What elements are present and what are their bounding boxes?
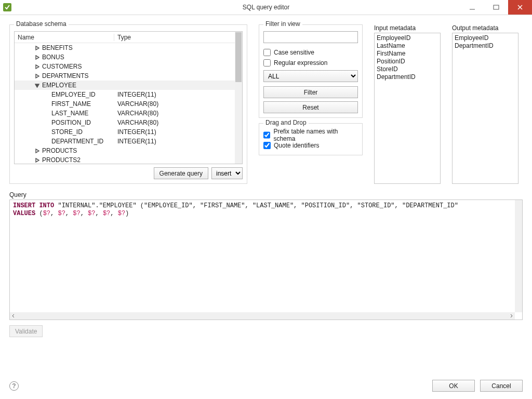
tree-node-label: POSITION_ID <box>51 119 91 126</box>
tree-node-label: BENEFITS <box>42 44 73 51</box>
leaf-icon <box>44 120 49 126</box>
tree-node-type: VARCHAR(80) <box>114 110 235 117</box>
case-sensitive-label: Case sensitive <box>274 49 314 56</box>
filter-input[interactable] <box>263 31 358 43</box>
output-metadata-label: Output metadata <box>452 24 518 32</box>
tree-node-label: EMPLOYEE_ID <box>51 91 96 98</box>
database-schema-group: Database schema Name Type BENEFITSBONUSC… <box>9 24 247 184</box>
tree-row[interactable]: BONUS <box>15 52 235 62</box>
drag-drop-legend: Drag and Drop <box>263 119 309 126</box>
expand-icon[interactable] <box>34 73 40 79</box>
svg-rect-1 <box>494 5 499 9</box>
input-metadata-label: Input metadata <box>374 24 441 32</box>
case-sensitive-checkbox[interactable]: Case sensitive <box>263 47 358 58</box>
list-item[interactable]: EmployeeID <box>455 34 516 42</box>
tree-node-type: VARCHAR(80) <box>114 119 235 126</box>
scroll-left-icon[interactable] <box>10 312 17 320</box>
tree-node-label: BONUS <box>42 54 64 61</box>
schema-tree-header: Name Type <box>15 32 242 43</box>
output-metadata-column: Output metadata EmployeeIDDepartmentID <box>452 24 518 184</box>
tree-node-label: FIRST_NAME <box>51 100 91 108</box>
list-item[interactable]: DepartmentID <box>377 73 438 81</box>
prefix-schema-checkbox[interactable]: Prefix table names with schema <box>263 130 358 140</box>
query-vscrollbar[interactable] <box>515 200 522 312</box>
tree-node-label: STORE_ID <box>51 128 83 136</box>
collapse-icon[interactable] <box>34 83 40 88</box>
expand-icon[interactable] <box>34 45 40 51</box>
tree-row[interactable]: EMPLOYEE <box>15 81 235 90</box>
filter-legend: Filter in view <box>263 20 302 28</box>
regex-checkbox[interactable]: Regular expression <box>263 58 358 68</box>
expand-icon[interactable] <box>34 55 40 60</box>
tree-row[interactable]: PRODUCTS2 <box>15 155 235 164</box>
leaf-icon <box>44 111 49 116</box>
list-item[interactable]: EmployeeID <box>377 34 438 42</box>
expand-icon[interactable] <box>34 148 40 154</box>
tree-node-label: DEPARTMENT_ID <box>51 138 103 145</box>
list-item[interactable]: LastName <box>377 42 438 50</box>
schema-col-name[interactable]: Name <box>15 34 114 41</box>
tree-row[interactable]: STORE_IDINTEGER(11) <box>15 127 235 137</box>
expand-icon[interactable] <box>34 64 40 70</box>
expand-icon[interactable] <box>34 157 40 163</box>
titlebar: SQL query editor <box>0 0 532 15</box>
query-mode-select[interactable]: insert <box>211 167 243 179</box>
query-label: Query <box>9 191 523 198</box>
tree-row[interactable]: LAST_NAMEVARCHAR(80) <box>15 109 235 118</box>
generate-query-button[interactable]: Generate query <box>154 167 208 179</box>
tree-node-label: DEPARTMENTS <box>42 72 89 79</box>
database-schema-legend: Database schema <box>14 20 69 28</box>
tree-node-type: INTEGER(11) <box>114 138 235 145</box>
list-item[interactable]: FirstName <box>377 50 438 58</box>
reset-button[interactable]: Reset <box>263 101 358 113</box>
schema-scrollbar[interactable] <box>235 32 242 164</box>
list-item[interactable]: StoreID <box>377 65 438 73</box>
leaf-icon <box>44 92 49 98</box>
prefix-schema-label: Prefix table names with schema <box>273 128 358 142</box>
window-maximize-button[interactable] <box>484 0 508 15</box>
leaf-icon <box>44 101 49 107</box>
tree-row[interactable]: DEPARTMENTS <box>15 71 235 81</box>
tree-node-label: PRODUCTS2 <box>42 156 81 164</box>
tree-node-type: INTEGER(11) <box>114 91 235 98</box>
leaf-icon <box>44 139 49 144</box>
tree-node-type: VARCHAR(80) <box>114 100 235 108</box>
filter-group: Filter in view Case sensitive Regular ex… <box>259 24 363 118</box>
drag-drop-group: Drag and Drop Prefix table names with sc… <box>259 123 363 155</box>
tree-node-type: INTEGER(11) <box>114 128 235 136</box>
scroll-right-icon[interactable] <box>508 312 515 320</box>
window-close-button[interactable] <box>508 0 532 15</box>
schema-tree[interactable]: Name Type BENEFITSBONUSCUSTOMERSDEPARTME… <box>14 31 243 164</box>
tree-row[interactable]: EMPLOYEE_IDINTEGER(11) <box>15 90 235 99</box>
quote-identifiers-label: Quote identifiers <box>274 142 319 149</box>
tree-node-label: EMPLOYEE <box>42 82 76 89</box>
query-editor[interactable]: INSERT INTO "INTERNAL"."EMPLOYEE" ("EMPL… <box>9 200 523 320</box>
app-icon <box>3 3 11 11</box>
tree-row[interactable]: CUSTOMERS <box>15 62 235 71</box>
schema-col-type[interactable]: Type <box>114 34 242 41</box>
ok-button[interactable]: OK <box>432 380 475 392</box>
cancel-button[interactable]: Cancel <box>480 380 523 392</box>
tree-node-label: LAST_NAME <box>51 110 88 117</box>
filter-scope-select[interactable]: ALL <box>263 70 358 82</box>
query-hscrollbar[interactable] <box>10 312 515 320</box>
window-minimize-button[interactable] <box>460 0 484 15</box>
leaf-icon <box>44 129 49 135</box>
validate-button[interactable]: Validate <box>9 325 43 337</box>
list-item[interactable]: PositionID <box>377 58 438 65</box>
tree-row[interactable]: PRODUCTS <box>15 146 235 155</box>
tree-row[interactable]: DEPARTMENT_IDINTEGER(11) <box>15 137 235 146</box>
output-metadata-list[interactable]: EmployeeIDDepartmentID <box>452 33 518 184</box>
input-metadata-list[interactable]: EmployeeIDLastNameFirstNamePositionIDSto… <box>374 33 441 184</box>
tree-row[interactable]: POSITION_IDVARCHAR(80) <box>15 118 235 127</box>
input-metadata-column: Input metadata EmployeeIDLastNameFirstNa… <box>374 24 441 184</box>
regex-label: Regular expression <box>274 59 327 66</box>
tree-node-label: PRODUCTS <box>42 147 77 154</box>
tree-row[interactable]: FIRST_NAMEVARCHAR(80) <box>15 99 235 109</box>
filter-button[interactable]: Filter <box>263 86 358 98</box>
help-icon[interactable]: ? <box>9 381 19 391</box>
window-title: SQL query editor <box>0 4 532 11</box>
tree-node-label: CUSTOMERS <box>42 63 82 70</box>
list-item[interactable]: DepartmentID <box>455 42 516 50</box>
tree-row[interactable]: BENEFITS <box>15 43 235 52</box>
